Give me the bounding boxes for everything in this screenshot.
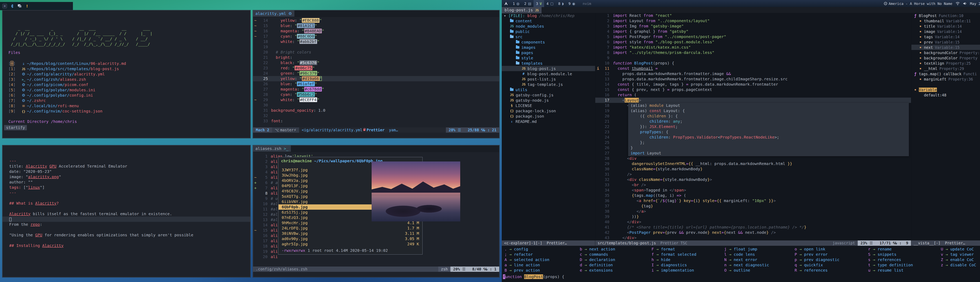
variable-icon: ■: [918, 51, 923, 54]
system-tray: !: [0, 2, 73, 10]
file-picker-item[interactable]: ad6v90y.jpg3.05 M: [278, 236, 422, 241]
explorer-item-package-lock.json[interactable]: {}package-lock.json: [502, 108, 595, 113]
file-picker-item[interactable]: aghr5Ip.jpg249 K: [278, 241, 422, 247]
alacritty-yml-window[interactable]: alacritty.yml ⚙ ~14 yellow: "#EBCB8B"~15…: [253, 10, 500, 138]
windows-icon[interactable]: [17, 4, 22, 8]
outline-symbol[interactable]: [912, 82, 980, 87]
outline-symbol-backgroundColor[interactable]: ■backgroundColorProperty: [912, 55, 980, 61]
code-line: 2import Layout from "../components/layou…: [595, 18, 911, 24]
explorer-item-style[interactable]: style: [502, 55, 595, 61]
music-module[interactable]: America - A Horse with No Name: [884, 2, 952, 6]
statusline-filetype: zsh: [438, 266, 450, 272]
keybinding-hint-definition: d → definition: [579, 263, 615, 268]
outline-symbol-marginLeft[interactable]: ■marginLeftProperty:36: [912, 76, 980, 82]
outline-symbol-__html[interactable]: ■__htmlProperty:29: [912, 66, 980, 71]
explorer-item-blog-post.module.le[interactable]: #blog-post.module.le: [502, 71, 595, 76]
startify-terminal-window[interactable]: _ __ _ __ ___ __ ___ / |/ /__ ___ (_)_ _…: [2, 10, 250, 138]
gear-icon: ⚙: [288, 11, 292, 16]
text-line: [9, 195, 250, 201]
tabline: aliases.zsh >_: [253, 145, 499, 152]
keybinding-hint-open-link: o → open link: [794, 247, 840, 252]
outline-symbol-backgroundColor[interactable]: ■backgroundColorProperty:2: [912, 50, 980, 55]
explorer-item-public[interactable]: public: [502, 29, 595, 34]
less-icon: #: [522, 72, 525, 76]
aliases-zsh-window[interactable]: aliases.zsh >_ 1alias lg='lazygit' 2ali …: [253, 145, 500, 277]
jsc-icon: JS: [510, 24, 514, 28]
explorer-item-blog-post.js[interactable]: JSblog-post.js: [502, 66, 595, 71]
workspace-1[interactable]: 1◍: [511, 0, 522, 7]
explorer-item-tag-template.js[interactable]: JStag-template.js: [502, 82, 595, 87]
outline-symbol-textAlign[interactable]: ■textAlignProperty:25: [912, 61, 980, 66]
workspace-4[interactable]: 4▢: [544, 0, 556, 7]
code-line: 13 props.data.markdownRemark.frontmatter…: [595, 76, 911, 82]
file-picker-item[interactable]: 30iNVBw.jpg3.11 M: [278, 231, 422, 236]
explorer-item-LICENSE[interactable]: §LICENSE: [502, 103, 595, 108]
date-display[interactable]: May 25, 2020: [970, 2, 980, 6]
keybinding-column: j → float jumpl → code lensN → next erro…: [724, 247, 769, 273]
explorer-item-images[interactable]: images: [502, 45, 595, 50]
workspace-2[interactable]: 2▤: [522, 0, 534, 7]
explorer-item-utils[interactable]: utils: [502, 87, 595, 92]
tab-aliases-zsh[interactable]: aliases.zsh >_: [253, 145, 291, 152]
explorer-item-content[interactable]: content: [502, 18, 595, 24]
wifi-icon[interactable]: [956, 2, 960, 5]
startify-entry[interactable]: [3] >_~/.config/zsh/aliases.zsh: [8, 77, 126, 82]
outline-symbol-default:48[interactable]: default:48: [912, 92, 980, 97]
explorer-item-src[interactable]: src: [502, 34, 595, 40]
workspace-8[interactable]: 8◗: [556, 0, 566, 7]
statusline-position: 20% ☰ 8/40 ℅ : 1: [450, 266, 499, 272]
outline-symbol-title[interactable]: ■titleVariable:14: [912, 24, 980, 29]
bluetooth-icon[interactable]: [10, 4, 14, 8]
tab-alacritty-yml[interactable]: alacritty.yml ⚙: [253, 10, 294, 17]
startify-entry[interactable]: [5] ⚙~/.config/polybar/modules.ini: [8, 88, 126, 93]
explorer-item-components[interactable]: components: [502, 40, 595, 45]
text-line: "Using the GPU for rendering enables opt…: [9, 233, 250, 238]
buffer-line: 23 red: "#e06c75": [253, 65, 499, 71]
outline-symbol-thumbnail[interactable]: ■thumbnailVariable:11: [912, 18, 980, 24]
outline-symbol-tags[interactable]: ■tagsVariable:14: [912, 34, 980, 40]
outline-symbol-next[interactable]: ■nextVariable:15: [912, 45, 980, 50]
markdown-doc-window[interactable]: ---title: Alacritty GPU Accelerated Term…: [2, 145, 250, 277]
app-icon[interactable]: [2, 4, 7, 8]
explorer-item-node_modules[interactable]: JSnode_modules: [502, 24, 595, 29]
explorer-item-gatsby-node.js[interactable]: JSgatsby-node.js: [502, 97, 595, 103]
explorer-item-package.json[interactable]: {}package.json: [502, 113, 595, 119]
workspace-3[interactable]: 3V: [533, 0, 544, 7]
arch-logo-icon[interactable]: [504, 1, 508, 6]
explorer-item-post-list.js[interactable]: JSpost-list.js: [502, 76, 595, 82]
code-line: 38 </a>: [595, 209, 911, 214]
explorer-item-README.md[interactable]: ⇓README.md: [502, 119, 595, 124]
outline-symbol-prev[interactable]: ■prevVariable:15: [912, 40, 980, 45]
startify-entry[interactable]: [7] ⚙~/.zshrc: [8, 98, 126, 103]
outline-symbol-BlogPost[interactable]: ƒBlogPostFunction:10: [912, 13, 980, 18]
keybinding-hint-implementation: i → implementation: [651, 268, 697, 273]
variable-icon: ■: [918, 46, 923, 49]
outline-symbol-tags.map() callback[interactable]: ƒtags.map() callbackFuncti: [912, 71, 980, 76]
text-line: [9, 206, 250, 211]
outline-symbol-Variable[interactable]: ■Variable: [912, 87, 980, 92]
workspace-9[interactable]: 9◉: [566, 0, 578, 7]
variable-icon: ■: [918, 57, 923, 59]
startify-entry[interactable]: [1] JS~/Repos/blog/src/templates/blog-po…: [8, 66, 126, 72]
outline-symbol-image[interactable]: ■imageVariable:14: [912, 29, 980, 34]
record-icon: [884, 2, 887, 5]
startify-entry[interactable]: [4] ⚙~/.config/picom/picom.conf: [8, 82, 126, 88]
explorer-root[interactable]: ▾ [FILE]: blog /home/chris/Rep: [502, 13, 595, 18]
alert-icon[interactable]: !: [25, 4, 29, 8]
jsy-icon: JS: [510, 93, 514, 97]
folder-icon: [516, 57, 519, 59]
explorer-item-gatsby-config.js[interactable]: JSgatsby-config.js: [502, 92, 595, 97]
startify-entry[interactable]: [0] ⇓~/Repos/blog/content/Linux/06-alacr…: [8, 61, 126, 66]
startify-entry[interactable]: [9] {}~/.config/nvim/coc-settings.json: [8, 108, 126, 114]
startify-entry[interactable]: [6] ⚙~/.config/polybar/config.ini: [8, 93, 126, 98]
text-line: title: Alacritty GPU Accelerated Termina…: [9, 164, 250, 169]
startify-entry[interactable]: [2] ⚙~/.config/alacritty/alacritty.yml: [8, 72, 126, 77]
file-picker-item[interactable]: 24LrDFQ.jpg1.7 M: [278, 226, 422, 231]
volume-icon[interactable]: [963, 2, 967, 5]
explorer-item-pages[interactable]: pages: [502, 50, 595, 55]
keybinding-hint-commands: c → commands: [579, 252, 615, 257]
tab-blog-post-js[interactable]: blog-post.js JS: [502, 7, 541, 13]
variable-icon: ■: [918, 67, 923, 70]
startify-entry[interactable]: [8] ≡~/.local/bin/rofi-menu: [8, 103, 126, 108]
explorer-item-templates[interactable]: templates: [502, 61, 595, 66]
